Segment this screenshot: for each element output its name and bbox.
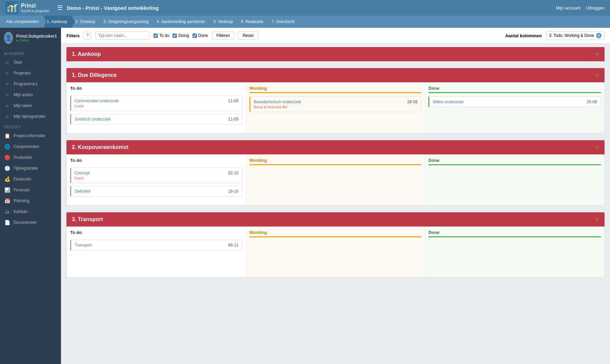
- sidebar-item-mijn-acties[interactable]: ○ Mijn acties: [0, 89, 61, 100]
- sidebar-item-programmas[interactable]: ○ Programma's: [0, 79, 61, 89]
- sidebar-item-label: Projecten: [14, 71, 31, 76]
- working-col-header: Working: [249, 158, 422, 165]
- help-button[interactable]: ?: [84, 32, 91, 39]
- sidebar-item-label: Mijn taken: [14, 103, 32, 108]
- project-info-icon: 📋: [4, 133, 10, 138]
- done-checkbox-label[interactable]: Done: [192, 33, 208, 38]
- sidebar-item-financien[interactable]: 💰 Financiën: [0, 174, 61, 185]
- nav-links: Mijn account Uitloggen: [556, 5, 605, 10]
- filters-label: Filters: [66, 33, 80, 38]
- reset-button[interactable]: Reset: [238, 31, 258, 40]
- planning-icon: 📅: [4, 198, 10, 204]
- sidebar-item-producten[interactable]: 🔴 Producten: [0, 152, 61, 163]
- hamburger-icon[interactable]: ☰: [57, 4, 63, 12]
- working-column-due-dillegence: Working Bouwtechnisch onderzoek 28-08 Bo…: [246, 82, 425, 133]
- sidebar-item-forecast[interactable]: 📊 Forecast: [0, 185, 61, 195]
- circle-icon: ○: [4, 103, 10, 108]
- section-header-due-dillegence: 1. Due Dillegence +: [66, 68, 605, 82]
- kanban-columns-koopovereenkomst: To do Concept 02-10 Karel Definitief 1: [66, 154, 605, 206]
- logo-icon: [5, 1, 18, 14]
- card-title[interactable]: Concept: [75, 171, 90, 175]
- sidebar-item-label: Project informatie: [14, 133, 45, 138]
- section-title-transport: 3. Transport: [72, 216, 103, 222]
- filter-button[interactable]: Filteren: [212, 31, 234, 40]
- card-top: Milieu onderzoek 25-09: [433, 100, 597, 104]
- card-title[interactable]: Commercieel onderzoek: [75, 99, 119, 103]
- card-title[interactable]: Transport: [75, 243, 92, 248]
- sidebar-item-projecten[interactable]: ○ Projecten: [0, 68, 61, 79]
- sidebar-item-documenten[interactable]: 📄 Documenten: [0, 217, 61, 228]
- section-header-koopovereenkomst: 2. Koopovereenkomst +: [66, 140, 605, 154]
- table-row[interactable]: Juridisch onderzoek 11-09: [70, 114, 242, 125]
- done-checkbox[interactable]: [192, 34, 197, 38]
- breadcrumb-item-5[interactable]: 5. Verkoop: [210, 16, 238, 28]
- sidebar-item-label: Programma's: [14, 82, 38, 86]
- sidebar-item-project-informatie[interactable]: 📋 Project informatie: [0, 130, 61, 141]
- sidebar-item-componenten[interactable]: 🌐 Componenten: [0, 141, 61, 152]
- table-row[interactable]: Commercieel onderzoek 11-09 Linda: [70, 95, 242, 111]
- forecast-icon: 📊: [4, 187, 10, 193]
- doing-checkbox-label[interactable]: Doing: [172, 33, 189, 38]
- search-input[interactable]: [95, 31, 149, 40]
- top-nav: Prinzi Inzicht in projecten ☰ Demo - Pri…: [0, 0, 610, 16]
- select-close-icon[interactable]: ✕: [596, 33, 602, 38]
- breadcrumb-item-2[interactable]: 2. Ontwerp: [72, 16, 100, 28]
- logout-link[interactable]: Uitloggen: [586, 5, 605, 10]
- table-row[interactable]: Transport 06-11: [70, 240, 242, 251]
- working-column-transport: Working: [246, 227, 425, 277]
- kanban-area: 1. Aankoop + 1. Due Dillegence + To do: [61, 44, 610, 364]
- card-title[interactable]: Definitief: [75, 189, 90, 194]
- done-col-header: Done: [428, 86, 601, 93]
- kanban-columns-due-dillegence: To do Commercieel onderzoek 11-09 Linda …: [66, 82, 605, 133]
- sidebar-item-mijn-taken[interactable]: ○ Mijn taken: [0, 100, 61, 111]
- section-header-transport: 3. Transport +: [66, 212, 605, 227]
- breadcrumb-item-3[interactable]: 3. Omgevingsvergunning: [100, 16, 153, 28]
- sidebar-status: Online: [16, 39, 57, 42]
- card-title[interactable]: Milieu onderzoek: [433, 100, 464, 104]
- my-account-link[interactable]: Mijn account: [556, 5, 581, 10]
- doing-checkbox[interactable]: [172, 34, 177, 38]
- kanban-columns-transport: To do Transport 06-11 Working: [66, 227, 605, 278]
- add-due-dillegence-button[interactable]: +: [595, 71, 599, 79]
- todo-checkbox[interactable]: [154, 34, 158, 38]
- sidebar-general-label: Algemeen: [0, 48, 61, 57]
- circle-icon: ○: [4, 114, 10, 119]
- sidebar-user: 👤 Prinzi.Subgebruiker1 Online: [0, 28, 61, 48]
- sidebar-item-planning[interactable]: 📅 Planning: [0, 195, 61, 206]
- breadcrumb-item-4[interactable]: 4. Aanbesteding aannemer: [153, 16, 210, 28]
- done-column-koop: Done: [425, 154, 604, 205]
- section-title-due-dillegence: 1. Due Dillegence: [72, 72, 117, 78]
- doing-label: Doing: [178, 33, 189, 38]
- section-title-koopovereenkomst: 2. Koopovereenkomst: [72, 144, 128, 150]
- breadcrumb-item-1[interactable]: 1. Aankoop: [43, 16, 72, 28]
- subsection-koopovereenkomst: 2. Koopovereenkomst + To do Concept 02-1…: [66, 140, 605, 206]
- todo-checkbox-label[interactable]: To do: [154, 33, 169, 38]
- kanban-icon: 🗂: [4, 209, 10, 214]
- sidebar-item-start[interactable]: ○ Start: [0, 57, 61, 68]
- sidebar-item-tijdregistratie[interactable]: 🕐 Tijdregistratie: [0, 163, 61, 174]
- add-koopovereenkomst-button[interactable]: +: [595, 144, 599, 151]
- aantal-select[interactable]: 3: Todo, Working & Done ✕: [546, 31, 605, 40]
- card-title[interactable]: Bouwtechnisch onderzoek: [254, 100, 301, 104]
- checkbox-group: To do Doing Done: [154, 33, 208, 38]
- breadcrumb-item-6[interactable]: 6. Realisatie: [238, 16, 268, 28]
- card-date: 11-09: [228, 99, 239, 103]
- table-row[interactable]: Concept 02-10 Karel: [70, 168, 242, 183]
- sidebar-item-kanban[interactable]: 🗂 Kanban: [0, 206, 61, 217]
- table-row[interactable]: Bouwtechnisch onderzoek 28-08 Bouw & tec…: [249, 97, 422, 112]
- breadcrumb-item-0[interactable]: Alle componenten: [3, 16, 43, 28]
- breadcrumb-item-7[interactable]: 7. Overdacht: [268, 16, 300, 28]
- sidebar-item-mijn-tijdregistratie[interactable]: ○ Mijn tijdregistratie: [0, 111, 61, 122]
- table-row[interactable]: Definitief 16-10: [70, 186, 242, 197]
- subsection-due-dillegence: 1. Due Dillegence + To do Commercieel on…: [66, 68, 605, 133]
- add-transport-button[interactable]: +: [595, 216, 599, 223]
- aantal-label: Aantal kolommen: [505, 33, 542, 38]
- card-title[interactable]: Juridisch onderzoek: [75, 117, 111, 122]
- add-aankoop-button[interactable]: +: [595, 50, 599, 58]
- main-layout: 👤 Prinzi.Subgebruiker1 Online Algemeen ○…: [0, 28, 610, 364]
- card-date: 28-08: [407, 100, 418, 104]
- sidebar-item-label: Planning: [14, 198, 29, 203]
- card-date: 11-09: [228, 117, 239, 122]
- card-top: Juridisch onderzoek 11-09: [75, 117, 239, 122]
- table-row[interactable]: Milieu onderzoek 25-09: [428, 97, 601, 107]
